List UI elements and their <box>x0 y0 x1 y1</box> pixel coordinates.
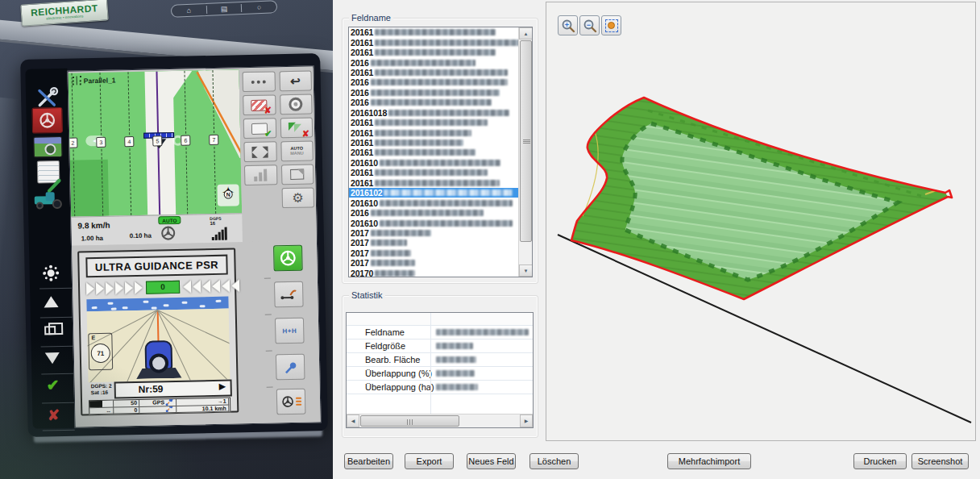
scroll-right-button[interactable]: ▶ <box>520 414 533 427</box>
field-date-prefix: 20161 <box>351 118 373 127</box>
wheel-beams-icon <box>280 395 301 409</box>
redacted-field-name <box>375 180 500 186</box>
field-list-item[interactable]: 20161 <box>349 27 519 37</box>
scroll-thumb[interactable] <box>520 40 532 242</box>
field-list-item[interactable]: 20161018 <box>349 108 519 118</box>
field-list[interactable]: 2016120161201612016201612016201620162016… <box>348 27 533 277</box>
field-view-icon <box>27 136 69 158</box>
offset-chevron-left <box>202 280 210 293</box>
width-icon: H+H <box>282 327 297 334</box>
hscroll-thumb[interactable] <box>360 415 459 427</box>
field-list-item[interactable]: 2017 <box>349 238 519 248</box>
stats-hscrollbar[interactable]: ◀ ▶ <box>347 414 533 427</box>
field-list-item[interactable]: 20170 <box>349 269 519 278</box>
zoom-in-button[interactable]: + <box>558 15 578 35</box>
redacted-field-name <box>375 169 488 176</box>
scroll-up-button[interactable]: ▲ <box>519 27 533 40</box>
redacted-field-name <box>371 250 411 256</box>
field-list-item[interactable]: 2016 <box>349 57 519 67</box>
field-list-item[interactable]: 20161 <box>349 48 519 57</box>
field-list-item[interactable]: 2017 <box>349 248 519 258</box>
button-neues-feld[interactable]: Neues Feld <box>467 453 516 469</box>
play-arrow-icon: ▶ <box>219 381 226 392</box>
redacted-field-name <box>375 40 519 46</box>
perspective-field-view <box>87 309 230 383</box>
button-l-schen[interactable]: Löschen <box>529 453 579 469</box>
scroll-left-button[interactable]: ◀ <box>347 414 359 427</box>
field-list-scrollbar[interactable]: ▲ ▼ <box>518 27 532 277</box>
field-map-panel[interactable]: +− <box>546 2 976 441</box>
field-list-item[interactable]: 2016 <box>349 77 519 87</box>
ab-delete-icon: ✘ <box>289 122 305 133</box>
terminal-screen: ◀ Parallel_1 ✦ N 234567 ↩✘✔✘AUTOMANU⚙ <box>67 65 321 427</box>
field-date-prefix: 20161 <box>351 38 373 48</box>
offset-value: 0 <box>146 281 180 294</box>
gps-cell: GPS <box>139 399 176 406</box>
field-list-item[interactable]: 20161 <box>349 118 519 127</box>
stats-icon <box>254 169 267 181</box>
windows-icon <box>31 323 73 338</box>
button-drucken[interactable]: Drucken <box>853 453 907 469</box>
gear-icon: ⚙ <box>292 191 304 204</box>
softkey-divider <box>266 350 272 351</box>
redacted-field-name <box>371 260 415 266</box>
parallel-tracks-icon <box>73 76 81 85</box>
field-list-item[interactable]: 2017 <box>349 228 519 238</box>
redacted-field-name <box>371 79 508 85</box>
zoom-fit-button[interactable] <box>601 15 621 35</box>
psr-area: ULTRA GUIDANCE PSR 0 E 71 <box>72 240 322 427</box>
mount-frame-edge <box>0 97 19 479</box>
button-screenshot[interactable]: Screenshot <box>911 453 969 469</box>
button-export[interactable]: Export <box>405 453 454 469</box>
coverage-progress <box>89 401 114 408</box>
steering-stop-icon <box>26 107 69 134</box>
field-list-item[interactable]: 20161 <box>349 68 519 77</box>
zoom-out-button[interactable]: − <box>579 15 600 35</box>
button-bearbeiten[interactable]: Bearbeiten <box>344 453 393 469</box>
redacted-field-name <box>375 29 496 35</box>
field-date-prefix: 201610 <box>351 158 378 168</box>
softkey-confirm-rect-icon: ✔ <box>243 118 276 139</box>
map-zoom-toolbar: +− <box>558 15 621 35</box>
field-list-item[interactable]: 2016 <box>349 208 519 218</box>
offset-chevron-right <box>96 282 104 295</box>
redacted-stat-value <box>436 329 529 335</box>
profile-name: Parallel_1 <box>84 76 116 85</box>
psr-softkey-width-icon: H+H <box>275 318 305 344</box>
scroll-down-button[interactable]: ▼ <box>519 264 533 277</box>
stats-row: Überlappung (ha) <box>347 381 533 394</box>
brightness-icon <box>30 265 72 281</box>
auto-badge: AUTO <box>158 216 181 225</box>
zoom-in-icon: + <box>561 19 575 33</box>
resize-icon <box>252 146 268 157</box>
field-list-item[interactable]: 20161 <box>349 168 519 177</box>
offset-chevron-right <box>106 282 114 295</box>
redacted-stat-value <box>436 370 475 377</box>
field-list-item-selected[interactable]: 2016102 <box>349 188 519 198</box>
track-number-badge: 5 <box>152 135 162 146</box>
speed-readout: 9.8 km/h <box>77 221 110 231</box>
redacted-field-name <box>371 230 431 236</box>
field-map-drawing <box>546 2 976 441</box>
softkey-resize-icon <box>243 141 276 162</box>
field-list-item[interactable]: 20161 <box>349 138 519 148</box>
offset-chevron-left <box>183 281 191 294</box>
field-list-item[interactable]: 2017 <box>349 258 519 268</box>
field-date-prefix: 20161 <box>351 178 373 188</box>
psr-softkey-wrench-icon <box>276 354 305 381</box>
field-list-item[interactable]: 201610 <box>349 218 519 227</box>
field-list-item[interactable]: 2016 <box>349 88 519 98</box>
psr-softkey-route-icon <box>274 281 304 308</box>
softkey-divider <box>265 314 272 314</box>
field-list-item[interactable]: 20161 <box>349 178 519 188</box>
track-number-badge: 7 <box>209 135 218 145</box>
track-number-badge: 6 <box>181 135 190 146</box>
button-mehrfachimport[interactable]: Mehrfachimport <box>667 453 751 469</box>
field-list-item[interactable]: 20161 <box>349 37 519 47</box>
stats-row: Überlappung (%) <box>347 367 533 381</box>
field-list-item[interactable]: 201610 <box>349 158 519 168</box>
field-list-item[interactable]: 20161 <box>349 148 519 157</box>
field-list-item[interactable]: 2016 <box>349 98 519 107</box>
field-list-item[interactable]: 20161 <box>349 127 519 137</box>
field-list-item[interactable]: 201610 <box>349 198 519 207</box>
